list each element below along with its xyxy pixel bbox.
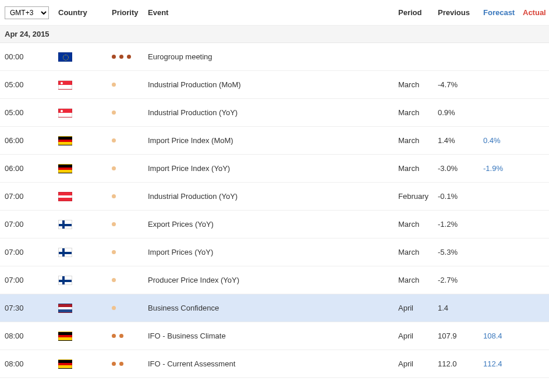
table-row[interactable]: 05:00Industrial Production (MoM)March-4.… [0, 71, 549, 99]
table-header: GMT+3 Country Priority Event Period Prev… [0, 0, 549, 26]
cell-priority [112, 83, 148, 87]
table-row[interactable]: 06:00Import Price Index (YoY)March-3.0%-… [0, 155, 549, 183]
header-previous: Previous [438, 8, 483, 17]
cell-time: 07:00 [0, 220, 58, 229]
priority-dots [112, 166, 135, 170]
table-row[interactable]: 07:00Industrial Production (YoY)February… [0, 183, 549, 211]
priority-dots [112, 222, 135, 226]
priority-dots [112, 138, 135, 142]
cell-period: March [398, 136, 438, 145]
priority-dot-icon [112, 362, 116, 366]
table-row[interactable]: 07:00Producer Price Index (YoY)March-2.7… [0, 266, 549, 294]
priority-dots [112, 306, 135, 310]
header-period: Period [398, 8, 438, 17]
header-priority: Priority [112, 8, 148, 17]
priority-dots [112, 55, 135, 59]
priority-dot-icon [112, 278, 116, 282]
cell-previous: -0.1% [438, 192, 483, 201]
cell-priority [112, 166, 148, 170]
cell-time: 08:00 [0, 332, 58, 340]
cell-time: 05:00 [0, 80, 58, 89]
priority-dot-icon [119, 362, 123, 366]
priority-dots [112, 83, 135, 87]
cell-country [58, 331, 112, 341]
cell-period: March [398, 220, 438, 229]
table-row[interactable]: 05:00Industrial Production (YoY)March0.9… [0, 99, 549, 127]
eu-flag-icon [58, 52, 72, 62]
table-row[interactable]: 08:00IFO - Business ClimateApril107.9108… [0, 322, 549, 350]
priority-dot-icon [119, 55, 123, 59]
table-row[interactable]: 07:00Export Prices (YoY)March-1.2% [0, 211, 549, 238]
cell-priority [112, 222, 148, 226]
priority-dot-icon [112, 306, 116, 310]
cell-period: March [398, 80, 438, 89]
cell-country [58, 219, 112, 229]
austria-flag-icon [58, 192, 72, 201]
priority-dot-icon [112, 83, 116, 87]
table-row[interactable]: 00:00Eurogroup meeting [0, 43, 549, 71]
cell-event: Producer Price Index (YoY) [148, 276, 398, 284]
priority-dot-icon [112, 250, 116, 254]
cell-priority [112, 111, 148, 115]
cell-event: Industrial Production (YoY) [148, 108, 398, 117]
cell-period: April [398, 304, 438, 312]
cell-time: 05:00 [0, 108, 58, 117]
priority-dot-icon [112, 111, 116, 115]
cell-country [58, 303, 112, 313]
priority-dot-icon [112, 334, 116, 338]
table-body: 00:00Eurogroup meeting05:00Industrial Pr… [0, 43, 549, 378]
cell-event: Export Prices (YoY) [148, 220, 398, 229]
cell-priority [112, 138, 148, 142]
priority-dots [112, 111, 135, 115]
priority-dots [112, 194, 135, 198]
cell-forecast: 112.4 [483, 359, 523, 368]
timezone-select[interactable]: GMT+3 [5, 6, 49, 19]
germany-flag-icon [58, 332, 72, 341]
header-forecast: Forecast [483, 8, 523, 17]
priority-dot-icon [112, 222, 116, 226]
header-country: Country [58, 8, 112, 17]
priority-dots [112, 362, 135, 366]
cell-time: 07:00 [0, 276, 58, 284]
cell-event: Import Price Index (YoY) [148, 164, 398, 173]
cell-time: 06:00 [0, 164, 58, 173]
cell-period: April [398, 332, 438, 340]
finland-flag-icon [58, 276, 72, 285]
table-row[interactable]: 08:00IFO - Current AssessmentApril112.01… [0, 350, 549, 378]
singapore-flag-icon [58, 80, 72, 90]
cell-forecast: 108.4 [483, 332, 523, 340]
finland-flag-icon [58, 220, 72, 229]
cell-period: February [398, 192, 438, 201]
cell-country [58, 52, 112, 62]
cell-priority [112, 194, 148, 198]
cell-period: March [398, 248, 438, 256]
cell-priority [112, 362, 148, 366]
cell-previous: 1.4% [438, 136, 483, 145]
priority-dot-icon [112, 194, 116, 198]
cell-previous: -1.2% [438, 220, 483, 229]
header-actual: Actual [523, 8, 549, 17]
cell-country [58, 136, 112, 145]
cell-priority [112, 334, 148, 338]
cell-event: Import Prices (YoY) [148, 248, 398, 256]
priority-dot-icon [112, 55, 116, 59]
cell-country [58, 247, 112, 257]
germany-flag-icon [58, 136, 72, 145]
cell-previous: -2.7% [438, 276, 483, 284]
table-row[interactable]: 07:30Business ConfidenceApril1.4 [0, 294, 549, 322]
singapore-flag-icon [58, 108, 72, 117]
cell-country [58, 191, 112, 201]
cell-forecast: 0.4% [483, 136, 523, 145]
priority-dot-icon [112, 166, 116, 170]
cell-country [58, 108, 112, 117]
cell-time: 06:00 [0, 136, 58, 145]
cell-previous: -5.3% [438, 248, 483, 256]
cell-previous: -4.7% [438, 80, 483, 89]
cell-priority [112, 306, 148, 310]
cell-event: Business Confidence [148, 304, 398, 312]
table-row[interactable]: 07:00Import Prices (YoY)March-5.3% [0, 238, 549, 266]
table-row[interactable]: 06:00Import Price Index (MoM)March1.4%0.… [0, 127, 549, 155]
cell-priority [112, 278, 148, 282]
priority-dot-icon [112, 138, 116, 142]
cell-event: Eurogroup meeting [148, 52, 398, 61]
